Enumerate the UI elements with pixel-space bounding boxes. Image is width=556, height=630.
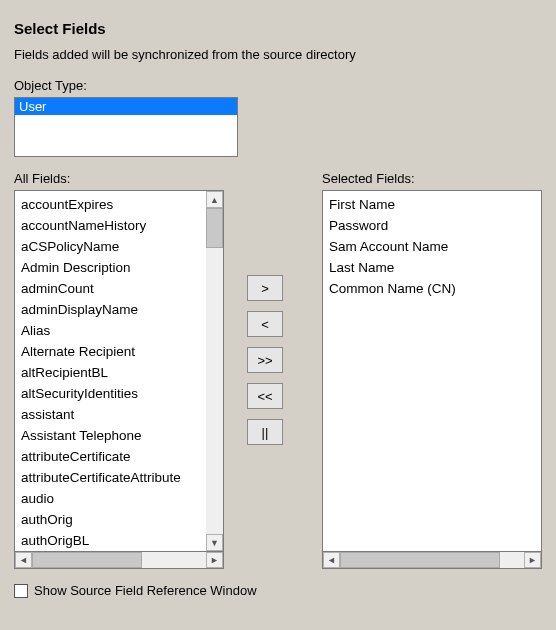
- scroll-thumb[interactable]: [340, 552, 500, 568]
- page-title: Select Fields: [14, 20, 542, 37]
- pause-button[interactable]: ||: [247, 419, 283, 445]
- add-button[interactable]: >: [247, 275, 283, 301]
- page-subtitle: Fields added will be synchronized from t…: [14, 47, 542, 62]
- scroll-right-button[interactable]: ►: [524, 552, 541, 568]
- list-item[interactable]: Alias: [21, 320, 200, 341]
- remove-all-button[interactable]: <<: [247, 383, 283, 409]
- vertical-scrollbar[interactable]: ▲ ▼: [206, 191, 223, 551]
- list-item[interactable]: Sam Account Name: [329, 236, 535, 257]
- list-item[interactable]: adminCount: [21, 278, 200, 299]
- list-item[interactable]: accountNameHistory: [21, 215, 200, 236]
- list-item[interactable]: altRecipientBL: [21, 362, 200, 383]
- scroll-track[interactable]: [206, 208, 223, 534]
- all-fields-list[interactable]: accountExpiresaccountNameHistoryaCSPolic…: [14, 190, 224, 552]
- selected-fields-list[interactable]: First NamePasswordSam Account NameLast N…: [322, 190, 542, 552]
- list-item[interactable]: Last Name: [329, 257, 535, 278]
- list-item[interactable]: adminDisplayName: [21, 299, 200, 320]
- list-item[interactable]: Password: [329, 215, 535, 236]
- horizontal-scrollbar[interactable]: ◄ ►: [14, 552, 224, 569]
- list-item[interactable]: altSecurityIdentities: [21, 383, 200, 404]
- horizontal-scrollbar[interactable]: ◄ ►: [322, 552, 542, 569]
- scroll-track[interactable]: [340, 552, 524, 568]
- scroll-thumb[interactable]: [32, 552, 142, 568]
- list-item[interactable]: audio: [21, 488, 200, 509]
- list-item[interactable]: attributeCertificateAttribute: [21, 467, 200, 488]
- list-item[interactable]: Alternate Recipient: [21, 341, 200, 362]
- scroll-right-button[interactable]: ►: [206, 552, 223, 568]
- add-all-button[interactable]: >>: [247, 347, 283, 373]
- scroll-left-button[interactable]: ◄: [15, 552, 32, 568]
- list-item[interactable]: aCSPolicyName: [21, 236, 200, 257]
- list-item[interactable]: attributeCertificate: [21, 446, 200, 467]
- scroll-track[interactable]: [32, 552, 206, 568]
- scroll-thumb[interactable]: [206, 208, 223, 248]
- show-source-label: Show Source Field Reference Window: [34, 583, 257, 598]
- object-type-list[interactable]: User: [14, 97, 238, 157]
- scroll-down-button[interactable]: ▼: [206, 534, 223, 551]
- scroll-up-button[interactable]: ▲: [206, 191, 223, 208]
- list-item[interactable]: Common Name (CN): [329, 278, 535, 299]
- all-fields-label: All Fields:: [14, 171, 224, 186]
- list-item[interactable]: Assistant Telephone: [21, 425, 200, 446]
- list-item[interactable]: assistant: [21, 404, 200, 425]
- list-item[interactable]: Admin Description: [21, 257, 200, 278]
- list-item[interactable]: accountExpires: [21, 194, 200, 215]
- list-item[interactable]: First Name: [329, 194, 535, 215]
- object-type-item[interactable]: User: [15, 98, 237, 115]
- list-item[interactable]: authOrig: [21, 509, 200, 530]
- show-source-checkbox[interactable]: [14, 584, 28, 598]
- scroll-left-button[interactable]: ◄: [323, 552, 340, 568]
- object-type-label: Object Type:: [14, 78, 542, 93]
- selected-fields-label: Selected Fields:: [322, 171, 542, 186]
- remove-button[interactable]: <: [247, 311, 283, 337]
- list-item[interactable]: authOrigBL: [21, 530, 200, 551]
